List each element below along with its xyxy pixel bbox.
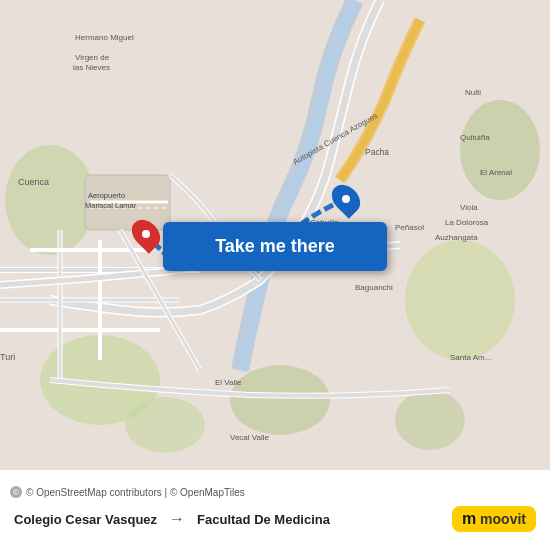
take-me-there-button[interactable]: Take me there xyxy=(163,222,387,271)
svg-point-6 xyxy=(395,390,465,450)
svg-text:Auzhangata: Auzhangata xyxy=(435,233,478,242)
svg-point-4 xyxy=(460,100,540,200)
svg-text:Baguanchi: Baguanchi xyxy=(355,283,393,292)
svg-text:La Dolorosa: La Dolorosa xyxy=(445,218,489,227)
svg-text:Turi: Turi xyxy=(0,352,15,362)
attribution-bar: © © OpenStreetMap contributors | © OpenM… xyxy=(0,482,550,500)
map-container: Cuenca Aeropuerto Mariscal Lamar Autopis… xyxy=(0,0,550,470)
svg-text:Hermano Miguel: Hermano Miguel xyxy=(75,33,134,42)
route-from: Colegio Cesar Vasquez xyxy=(14,512,157,527)
svg-text:Aeropuerto: Aeropuerto xyxy=(88,191,125,200)
moovit-name: moovit xyxy=(480,511,526,527)
svg-text:El Valle: El Valle xyxy=(215,378,242,387)
svg-text:las Nieves: las Nieves xyxy=(73,63,110,72)
copyright-icon: © xyxy=(10,486,22,498)
moovit-m-letter: m xyxy=(462,510,476,528)
svg-point-3 xyxy=(405,240,515,360)
svg-point-2 xyxy=(230,365,330,435)
route-info: Colegio Cesar Vasquez → Facultad De Medi… xyxy=(0,500,550,538)
svg-text:El Arenal: El Arenal xyxy=(480,168,512,177)
pin-inner-blue xyxy=(342,195,350,203)
svg-text:Virgen de: Virgen de xyxy=(75,53,110,62)
svg-point-5 xyxy=(5,145,95,255)
origin-pin xyxy=(334,183,358,215)
svg-text:Pacha: Pacha xyxy=(365,147,389,157)
svg-text:Santa Am...: Santa Am... xyxy=(450,353,491,362)
svg-text:Mariscal Lamar: Mariscal Lamar xyxy=(85,201,137,210)
svg-text:Peñasol: Peñasol xyxy=(395,223,424,232)
svg-text:Quituiña: Quituiña xyxy=(460,133,490,142)
pin-inner xyxy=(142,230,150,238)
svg-text:Vecal Valle: Vecal Valle xyxy=(230,433,270,442)
svg-text:Nulti: Nulti xyxy=(465,88,481,97)
svg-text:Cuenca: Cuenca xyxy=(18,177,49,187)
route-arrow-icon: → xyxy=(169,510,185,528)
attribution-text: © OpenStreetMap contributors | © OpenMap… xyxy=(26,487,245,498)
moovit-logo: m moovit xyxy=(452,506,536,532)
bottom-bar: © © OpenStreetMap contributors | © OpenM… xyxy=(0,470,550,550)
route-to: Facultad De Medicina xyxy=(197,512,330,527)
destination-pin xyxy=(134,218,158,250)
svg-point-7 xyxy=(125,397,205,453)
svg-text:Viola: Viola xyxy=(460,203,478,212)
